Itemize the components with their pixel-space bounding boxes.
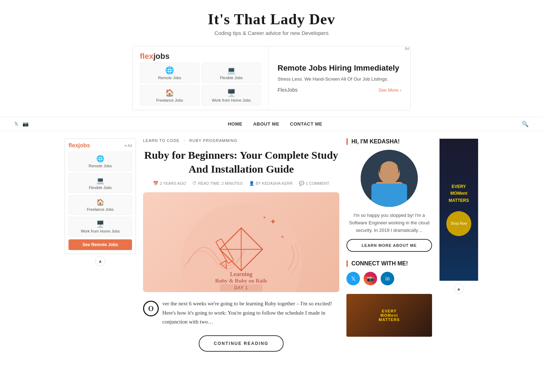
article-excerpt: ver the next 6 weeks we're going to be l… [162,299,339,327]
article-author: 👤 BY KEDASHA KERR [249,181,293,186]
nav-twitter-link[interactable]: 𝕏 [14,121,18,127]
search-icon[interactable]: 🔍 [522,121,529,127]
ad-freelance-label: Freelance Jobs [156,98,183,102]
author-svg [361,150,418,207]
far-right-scroll-button[interactable]: ▲ [454,284,464,294]
far-right-ad-badge: Shop Now [446,211,471,236]
svg-text:✦: ✦ [263,215,266,220]
svg-rect-20 [371,184,407,207]
left-freelance-label: Freelance Jobs [87,207,113,212]
main-layout: flexjobs ✕ Ad 🌐 Remote Jobs 💻 Flexible J… [57,131,486,367]
ad-headline: Remote Jobs Hiring Immediately [278,63,401,73]
left-remote-jobs[interactable]: 🌐 Remote Jobs [68,152,132,171]
author-icon: 👤 [249,181,254,186]
ad-wfh-jobs[interactable]: 🖥️ Work from Home Jobs [202,85,261,106]
sidebar-ad-content: EVERYMOMentMATTERS [346,294,432,337]
svg-text:✦: ✦ [270,217,276,226]
article-meta: 📅 2 YEARS AGO ⏱ READ TIME: 2 MINUTES 👤 B… [143,181,339,186]
article-featured-image: ✦ ✦ ✦ Learning Ruby & Ruby on Rails DAY … [143,192,339,292]
flexible-icon: 💻 [227,66,236,75]
site-title: It's That Lady Dev [7,11,536,28]
article-comments: 💬 1 COMMENT [299,181,329,186]
far-right-ad-inner: EVERYMOMentMATTERS Shop Now [440,139,478,281]
ad-freelance-jobs[interactable]: 🏠 Freelance Jobs [140,85,199,106]
category-ruby-programming[interactable]: RUBY PROGRAMMING [189,138,238,143]
ad-left-panel: flexjobs 🌐 Remote Jobs 💻 Flexible Jobs 🏠… [133,46,268,110]
left-ad-grid: 🌐 Remote Jobs 💻 Flexible Jobs 🏠 Freelanc… [68,152,132,236]
site-subtitle: Coding tips & Career advice for new Deve… [7,30,536,36]
left-flexjobs-ad: flexjobs ✕ Ad 🌐 Remote Jobs 💻 Flexible J… [65,138,136,254]
ad-subtext: Stress Less. We Hand-Screen All Of Our J… [278,76,401,82]
far-right-ad-content: EVERYMOMentMATTERS Shop Now [439,138,478,281]
article-categories: LEARN TO CODE / RUBY PROGRAMMING [143,138,339,143]
connect-linkedin-link[interactable]: in [381,272,394,285]
see-remote-jobs-button[interactable]: See Remote Jobs [68,239,132,250]
author-section: HI, I'M KEDASHA! I'm so happy you stop [346,138,432,252]
social-connect-icons: 𝕏 📸 in [346,272,432,285]
svg-text:DAY 1: DAY 1 [234,285,248,290]
ad-flexible-jobs[interactable]: 💻 Flexible Jobs [202,63,261,83]
sidebar-bottom-ad: EVERYMOMentMATTERS [346,294,432,337]
far-right-ad: EVERYMOMentMATTERS Shop Now ▲ [439,138,478,360]
connect-twitter-link[interactable]: 𝕏 [346,272,360,285]
main-article: LEARN TO CODE / RUBY PROGRAMMING Ruby fo… [143,138,339,360]
left-flexible-icon: 💻 [96,177,104,184]
nav-menu: HOME ABOUT ME CONTACT ME [228,121,322,127]
left-flexible-jobs[interactable]: 💻 Flexible Jobs [68,173,132,193]
continue-reading-button[interactable]: CONTINUE READING [199,335,283,352]
remote-icon: 🌐 [165,66,174,75]
dropcap-letter: O [143,301,159,316]
article-read-time: ⏱ READ TIME: 2 MINUTES [192,181,242,186]
article-title: Ruby for Beginners: Your Complete Study … [143,148,339,176]
left-wfh-jobs[interactable]: 🖥️ Work from Home Jobs [68,217,132,236]
nav-social-links: 𝕏 📷 [14,121,29,127]
left-flexible-label: Flexible Jobs [89,185,112,190]
ad-label: Ad [405,47,409,51]
right-sidebar: HI, I'M KEDASHA! I'm so happy you stop [346,138,432,360]
author-description: I'm so happy you stopped by! I'm a Softw… [346,212,432,234]
nav-about[interactable]: ABOUT ME [253,121,279,127]
nav-contact[interactable]: CONTACT ME [290,121,323,127]
left-ad-logo: flexjobs [68,142,90,149]
left-remote-icon: 🌐 [96,155,104,163]
top-ad-banner: Ad flexjobs 🌐 Remote Jobs 💻 Flexible Job… [132,46,411,110]
author-photo [361,150,418,207]
left-wfh-icon: 🖥️ [96,220,104,228]
learn-more-button[interactable]: LEARN MORE ABOUT ME [346,239,432,252]
svg-text:✦: ✦ [280,234,285,240]
connect-heading: CONNECT WITH ME! [346,260,432,267]
ad-flexjobs-logo: flexjobs [136,50,265,63]
left-scroll-up: ▲ [65,256,136,266]
left-ad-header: flexjobs ✕ Ad [68,142,132,149]
ad-right-panel: Remote Jobs Hiring Immediately Stress Le… [268,46,410,110]
connect-instagram-link[interactable]: 📸 [364,272,377,285]
svg-text:Ruby & Ruby on Rails: Ruby & Ruby on Rails [215,278,267,284]
nav-home[interactable]: HOME [228,121,242,127]
svg-text:Learning: Learning [230,271,252,278]
ad-wfh-label: Work from Home Jobs [212,98,251,102]
far-right-ad-text: EVERYMOMentMATTERS [448,183,469,204]
scroll-up-button[interactable]: ▲ [95,256,105,266]
ad-footer: FlexJobs See More › [278,87,401,93]
calendar-icon: 📅 [153,181,158,186]
sidebar-ad-inner: EVERYMOMentMATTERS [346,294,432,337]
article-body: O ver the next 6 weeks we're going to be… [143,299,339,327]
left-remote-label: Remote Jobs [89,164,112,168]
wfh-icon: 🖥️ [227,88,236,97]
nav-instagram-link[interactable]: 📷 [22,121,29,127]
freelance-icon: 🏠 [165,88,174,97]
ad-job-grid: 🌐 Remote Jobs 💻 Flexible Jobs 🏠 Freelanc… [136,63,265,107]
category-learn-to-code[interactable]: LEARN TO CODE [143,138,179,143]
ad-remote-jobs[interactable]: 🌐 Remote Jobs [140,63,199,83]
ad-remote-label: Remote Jobs [158,76,181,80]
left-freelance-icon: 🏠 [96,198,104,206]
ad-see-more-link[interactable]: See More › [379,87,401,93]
continue-reading-wrap: CONTINUE READING [143,335,339,352]
left-ad-close[interactable]: ✕ Ad [124,144,132,148]
comment-icon: 💬 [299,181,304,186]
ad-brand: FlexJobs [278,87,298,93]
svg-point-23 [380,162,399,180]
left-freelance-jobs[interactable]: 🏠 Freelance Jobs [68,195,132,215]
sidebar-ad-text: EVERYMOMentMATTERS [379,309,400,322]
main-nav: 𝕏 📷 HOME ABOUT ME CONTACT ME 🔍 [0,117,543,131]
